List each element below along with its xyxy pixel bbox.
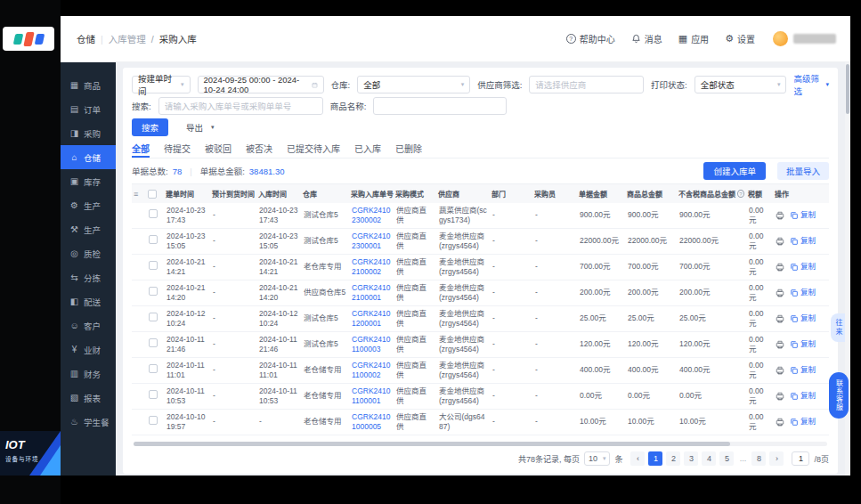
order-number-link[interactable]: CGRK24101000005 [349,411,394,434]
page-button-3[interactable]: 3 [684,451,698,466]
breadcrumb-section[interactable]: 仓储 [77,32,95,45]
tab-submitted-pending[interactable]: 已提交待入库 [287,139,340,158]
breadcrumb-parent[interactable]: 入库管理 [109,32,146,45]
copy-button[interactable]: 复制 [790,339,816,349]
topbar-messages[interactable]: 消息 [631,32,662,45]
tab-to-submit[interactable]: 待提交 [164,139,191,158]
order-number-link[interactable]: CGRK24102300002 [349,204,394,227]
create-inbound-button[interactable]: 创建入库单 [703,162,766,180]
tab-all[interactable]: 全部 [132,139,150,158]
advanced-filter-link[interactable]: 高级筛选 ▾ [793,72,829,97]
row-checkbox[interactable] [149,313,158,321]
row-checkbox[interactable] [149,209,158,218]
sidebar-item-orders[interactable]: ▤订单 [61,97,116,121]
sidebar-item-purchase[interactable]: ◨采购 [61,121,116,145]
topbar-settings[interactable]: ⚙设置 [725,32,755,45]
prev-page-button[interactable]: ‹ [630,451,645,466]
date-range-picker[interactable]: 2024-09-25 00:00 - 2024-10-24 24:00 [198,76,324,93]
tab-deleted[interactable]: 已删除 [395,139,422,158]
user-menu[interactable] [773,31,836,46]
search-input[interactable] [165,102,317,111]
cell-buyer: - [532,363,577,377]
batch-import-button[interactable]: 批量导入 [777,162,829,180]
sidebar-item-delivery[interactable]: ◧配送 [61,289,116,313]
page-button-1[interactable]: 1 [648,451,662,466]
row-checkbox[interactable] [149,261,158,270]
copy-button[interactable]: 复制 [790,262,816,272]
page-jump-input[interactable] [792,451,809,466]
print-icon[interactable] [776,263,784,272]
row-checkbox[interactable] [149,416,158,425]
sidebar-item-business-finance[interactable]: ¥业财 [61,337,116,362]
print-icon[interactable] [776,211,784,220]
page-size-select[interactable]: 10 ▾ [584,451,611,466]
order-number-link[interactable]: CGRK24102100002 [349,256,394,279]
copy-button[interactable]: 复制 [790,288,816,297]
page-button-5[interactable]: 5 [719,451,734,466]
screen: IOT 设备与环境 仓储 | 入库管理 / 采购入库 ?帮助中心消息▦应用⚙设置… [0,0,861,504]
side-panel-tab[interactable]: 往来 [831,313,845,342]
print-status-select[interactable]: 全部状态 ▾ [694,76,787,93]
sidebar-item-sorting[interactable]: ⇆分拣 [61,265,116,289]
copy-button[interactable]: 复制 [790,417,816,427]
product-name-input[interactable] [379,102,500,111]
sidebar-item-finance[interactable]: ▥财务 [61,362,116,386]
tab-rejected[interactable]: 被驳回 [205,139,231,158]
select-all-checkbox[interactable] [148,190,157,199]
cell-expected-time: - [210,415,256,428]
sidebar-item-quality[interactable]: ◎质检 [61,241,116,265]
sidebar-item-student-meals[interactable]: ♨学生餐 [61,410,116,434]
row-checkbox[interactable] [149,287,158,296]
v-scroll-thumb[interactable] [846,64,849,114]
print-icon[interactable] [776,289,784,297]
copy-button[interactable]: 复制 [790,313,816,323]
tab-stored[interactable]: 已入库 [354,139,381,158]
sidebar-item-production-2[interactable]: ⚒生产 [61,217,116,241]
print-icon[interactable] [776,340,784,349]
print-icon[interactable] [776,237,784,246]
sidebar-item-customers[interactable]: ☺客户 [61,313,116,337]
search-button[interactable]: 搜索 [132,118,168,136]
sidebar-item-production-1[interactable]: ⚙生产 [61,193,116,217]
row-checkbox[interactable] [149,338,158,347]
company-logo[interactable] [3,27,54,51]
copy-button[interactable]: 复制 [790,210,816,220]
warehouse-select[interactable]: 全部 ▾ [357,76,470,93]
copy-button[interactable]: 复制 [790,391,816,401]
topbar-apps[interactable]: ▦应用 [678,32,709,45]
order-number-link[interactable]: CGRK24101100002 [349,359,394,382]
copy-button[interactable]: 复制 [790,365,816,375]
order-number-link[interactable]: CGRK24101100001 [349,385,394,408]
export-button[interactable]: 导出 ▾ [186,121,215,134]
sidebar-item-storage[interactable]: ⌂仓储 [61,145,116,169]
page-button-8[interactable]: 8 [751,451,766,466]
print-icon[interactable] [776,366,784,375]
tab-vetoed[interactable]: 被否决 [246,139,272,158]
order-number-link[interactable]: CGRK24101200001 [349,307,394,330]
info-icon[interactable]: ? [737,190,744,198]
order-number-link[interactable]: CGRK24101100003 [349,333,394,356]
h-scroll-thumb[interactable] [134,442,730,446]
page-button-2[interactable]: 2 [666,451,680,466]
topbar-help-center[interactable]: ?帮助中心 [566,32,615,45]
contact-support-button[interactable]: 联系客服 [829,372,849,419]
next-page-button[interactable]: › [769,451,784,466]
print-icon[interactable] [776,418,784,427]
cell-notax-total: 400.00元 [677,363,746,377]
copy-button[interactable]: 复制 [790,236,816,246]
sidebar-item-reports[interactable]: ▧报表 [61,386,116,410]
print-icon[interactable] [776,392,784,401]
print-icon[interactable] [776,314,784,323]
row-checkbox[interactable] [149,364,158,373]
row-checkbox[interactable] [149,235,158,244]
warehouse-value: 全部 [363,78,380,91]
time-type-select[interactable]: 按建单时间 ▾ [132,76,191,93]
order-number-link[interactable]: CGRK24102300001 [349,230,394,253]
sidebar-item-products[interactable]: ▦商品 [61,73,116,97]
cell-notax-total: 0.00元 [677,389,746,402]
supplier-filter-input[interactable] [535,80,638,90]
sidebar-item-inventory[interactable]: ▣库存 [61,169,116,193]
page-button-4[interactable]: 4 [702,451,716,466]
row-checkbox[interactable] [149,390,158,399]
order-number-link[interactable]: CGRK24102100001 [349,281,394,305]
